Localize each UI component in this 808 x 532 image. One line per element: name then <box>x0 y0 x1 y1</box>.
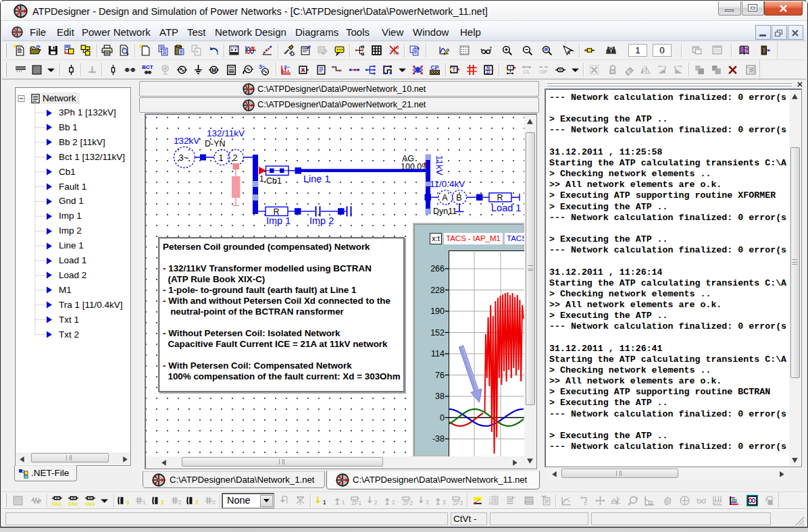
svg-text:Imp 2: Imp 2 <box>309 215 334 226</box>
svg-text:Load 1: Load 1 <box>491 203 521 213</box>
svg-text:D-YN: D-YN <box>205 139 226 149</box>
svg-text:1: 1 <box>143 500 146 506</box>
svg-text:Cb1: Cb1 <box>266 176 282 186</box>
svg-text:OP: OP <box>539 68 547 74</box>
svg-text:3: 3 <box>195 499 198 506</box>
svg-text:3~: 3~ <box>179 153 189 163</box>
svg-text:2: 2 <box>160 499 163 506</box>
svg-text:B: B <box>456 193 461 203</box>
svg-text:2: 2 <box>374 499 377 506</box>
svg-text:ZF3: ZF3 <box>453 500 463 506</box>
svg-text:132kV: 132kV <box>174 136 199 146</box>
svg-text:1: 1 <box>126 499 128 506</box>
svg-text:3: 3 <box>211 500 215 506</box>
svg-text:1.: 1. <box>259 174 266 184</box>
svg-text:Imp 1: Imp 1 <box>266 215 291 226</box>
svg-text:CL: CL <box>523 68 530 74</box>
svg-text:T: T <box>452 65 456 72</box>
svg-text:Dyn11: Dyn11 <box>433 207 457 216</box>
svg-text:3: 3 <box>426 499 429 506</box>
svg-text:?: ? <box>744 47 748 53</box>
svg-text:1: 1 <box>341 499 345 506</box>
svg-text:3~: 3~ <box>284 64 290 70</box>
svg-text:Cb3: Cb3 <box>85 501 95 506</box>
svg-text:v: v <box>650 501 652 505</box>
svg-text:132/11kV: 132/11kV <box>207 128 245 138</box>
svg-text:5: 5 <box>584 500 587 506</box>
svg-text:A: A <box>442 193 448 203</box>
svg-text:BCT: BCT <box>142 64 153 70</box>
svg-text:3~: 3~ <box>259 64 266 70</box>
svg-text:Cb1: Cb1 <box>52 501 62 506</box>
svg-text:ZF1: ZF1 <box>351 500 361 506</box>
svg-text:R: R <box>544 47 548 53</box>
svg-text:R: R <box>497 193 503 203</box>
svg-text:T: T <box>509 65 512 70</box>
svg-text:11kV: 11kV <box>434 155 445 176</box>
svg-text:1: 1 <box>323 498 326 506</box>
svg-text:Cb2: Cb2 <box>68 501 78 506</box>
svg-text:3: 3 <box>442 499 445 506</box>
svg-text:Line 1: Line 1 <box>303 174 330 184</box>
svg-text:2: 2 <box>178 500 181 506</box>
svg-text:2: 2 <box>233 153 238 163</box>
svg-text:ZF2: ZF2 <box>403 500 413 506</box>
svg-text:11/0.4kV: 11/0.4kV <box>430 179 465 189</box>
svg-text:M: M <box>211 66 216 73</box>
svg-text:1: 1 <box>219 153 224 163</box>
svg-text:2: 2 <box>391 499 395 506</box>
svg-text:CP: CP <box>430 64 438 71</box>
